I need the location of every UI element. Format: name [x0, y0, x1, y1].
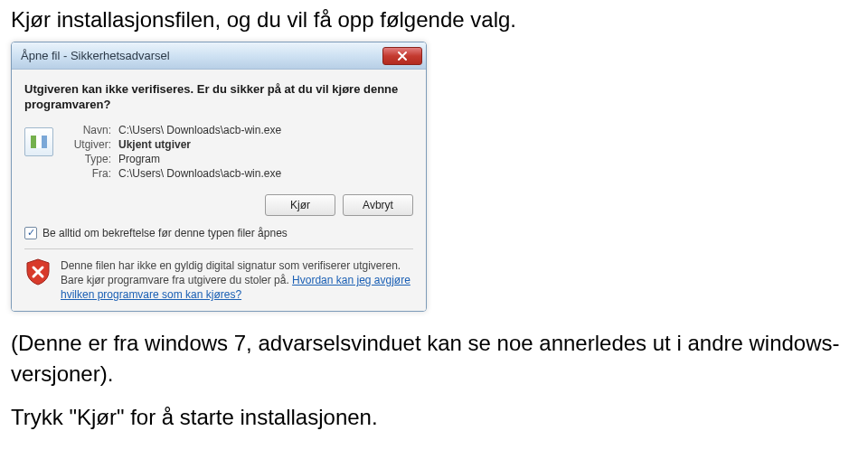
type-label: Type: [62, 153, 111, 165]
type-value: Program [118, 153, 160, 165]
run-button[interactable]: Kjør [265, 194, 335, 216]
publisher-label: Utgiver: [62, 138, 111, 151]
file-icon [24, 127, 53, 156]
from-label: Fra: [62, 167, 111, 180]
file-info: Navn: C:\Users\ Downloads\acb-win.exe Ut… [24, 124, 413, 182]
confirm-checkbox-label: Be alltid om bekreftelse før denne typen… [42, 227, 288, 239]
divider [24, 248, 413, 249]
cancel-button[interactable]: Avbryt [343, 194, 413, 216]
security-warning-dialog: Åpne fil - Sikkerhetsadvarsel Utgiveren … [11, 42, 427, 312]
titlebar: Åpne fil - Sikkerhetsadvarsel [12, 42, 426, 70]
outro-line-1: (Denne er fra windows 7, advarselsvindue… [11, 328, 857, 359]
signature-warning-text: Denne filen har ikke en gyldig digital s… [61, 258, 413, 303]
close-icon [397, 51, 408, 61]
shield-icon [24, 258, 52, 286]
file-fields: Navn: C:\Users\ Downloads\acb-win.exe Ut… [62, 124, 281, 182]
outro-text: (Denne er fra windows 7, advarselsvindue… [11, 328, 857, 432]
name-value: C:\Users\ Downloads\acb-win.exe [118, 124, 281, 136]
signature-warning: Denne filen har ikke en gyldig digital s… [24, 258, 413, 303]
intro-text: Kjør installasjonsfilen, og du vil få op… [11, 7, 857, 33]
outro-line-2: versjoner). [11, 359, 857, 389]
confirm-checkbox-row: ✓ Be alltid om bekreftelse før denne typ… [24, 227, 413, 239]
name-label: Navn: [62, 124, 111, 136]
outro-line-3: Trykk "Kjør" for å starte installasjonen… [11, 402, 857, 433]
window-title: Åpne fil - Sikkerhetsadvarsel [21, 49, 170, 62]
dialog-body: Utgiveren kan ikke verifiseres. Er du si… [12, 70, 426, 311]
confirm-checkbox[interactable]: ✓ [24, 227, 37, 239]
button-row: Kjør Avbryt [24, 194, 413, 216]
warning-question: Utgiveren kan ikke verifiseres. Er du si… [24, 82, 413, 113]
close-button[interactable] [382, 47, 422, 65]
publisher-value: Ukjent utgiver [118, 138, 191, 151]
from-value: C:\Users\ Downloads\acb-win.exe [118, 167, 281, 180]
